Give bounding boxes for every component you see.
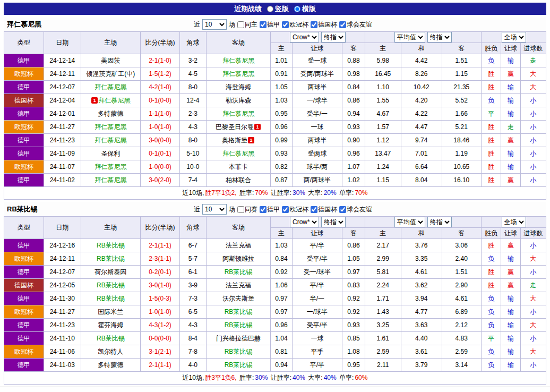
avg-away: 2.12 bbox=[442, 319, 482, 332]
odds-handicap: 平/半 bbox=[292, 239, 342, 252]
avg-away: 1.19 bbox=[442, 147, 482, 160]
match-row: 德甲24-12-16RB莱比锡2-1(1-1)6-7法兰克福1.03平/半0.8… bbox=[4, 239, 546, 252]
league-filter-label: 球会友谊 bbox=[347, 20, 372, 29]
odds-time-select[interactable]: 终指 bbox=[321, 217, 346, 227]
home-team-name: 多特蒙德 bbox=[98, 110, 123, 117]
result-handicap: 赢 bbox=[501, 174, 520, 187]
league-filter[interactable]: 德国杯 bbox=[311, 205, 337, 214]
league-cell: 德甲 bbox=[4, 319, 44, 332]
league-filter-label: 球会友谊 bbox=[347, 205, 372, 214]
team-name: RB莱比锡 bbox=[4, 204, 38, 214]
league-cell: 欧冠杯 bbox=[4, 67, 44, 81]
sub-col-header: 客 bbox=[442, 228, 482, 239]
same-filter[interactable]: 同赛 bbox=[237, 205, 257, 214]
odds-away: 0.96 bbox=[342, 147, 365, 160]
view-option-vertical[interactable]: 竖版 bbox=[267, 4, 289, 14]
match-count-select[interactable]: 10 bbox=[202, 19, 227, 30]
team-section: 拜仁慕尼黑近10场同主德甲欧冠杯德国杯球会友谊类型日期主场比分(半场)角球客场C… bbox=[4, 18, 546, 200]
odds-home: 1.03 bbox=[271, 239, 292, 252]
same-checkbox[interactable] bbox=[237, 21, 244, 28]
league-checkbox[interactable] bbox=[260, 21, 267, 28]
matches-label: 场 bbox=[229, 205, 235, 214]
result-outcome: 负 bbox=[482, 319, 501, 332]
league-checkbox[interactable] bbox=[282, 21, 289, 28]
league-checkbox[interactable] bbox=[311, 206, 317, 213]
league-filter[interactable]: 欧冠杯 bbox=[282, 20, 308, 29]
result-goals: 大 bbox=[520, 345, 546, 359]
league-filter[interactable]: 球会友谊 bbox=[339, 20, 372, 29]
col-header: 日期 bbox=[44, 217, 81, 239]
league-checkbox[interactable] bbox=[282, 206, 289, 213]
same-checkbox[interactable] bbox=[237, 206, 244, 213]
sub-col-header: 让球 bbox=[292, 43, 342, 54]
league-filter[interactable]: 德甲 bbox=[260, 20, 280, 29]
odds-company-select[interactable]: Crow* bbox=[290, 32, 319, 42]
scope-select[interactable]: 全场 bbox=[502, 32, 526, 42]
odds-handicap: 受半/一 bbox=[292, 107, 342, 121]
avg-home: 5.98 bbox=[365, 54, 401, 67]
odds-selects: Crow*终指 bbox=[271, 32, 364, 42]
match-filters: 近10场同主德甲欧冠杯德国杯球会友谊 bbox=[194, 19, 372, 30]
match-count-select[interactable]: 10 bbox=[202, 204, 227, 215]
avg-draw: 9.74 bbox=[401, 134, 442, 147]
view-label-vertical: 竖版 bbox=[275, 4, 289, 14]
odds-handicap: 两/两球半 bbox=[292, 174, 342, 187]
league-cell: 欧冠杯 bbox=[4, 121, 44, 134]
corners-cell: 2-3 bbox=[180, 107, 206, 121]
avg-time-select[interactable]: 终指 bbox=[427, 32, 452, 42]
result-outcome: 负 bbox=[482, 292, 501, 305]
home-team-cell: 拜仁慕尼黑 bbox=[81, 121, 140, 134]
odds-away: 1.07 bbox=[342, 160, 365, 174]
odds-selects: Crow*终指 bbox=[271, 217, 364, 227]
league-filter[interactable]: 球会友谊 bbox=[339, 205, 372, 214]
away-team-cell: 拜仁慕尼黑 bbox=[206, 54, 271, 67]
home-team-name: 国际米兰 bbox=[98, 308, 123, 316]
avg-draw: 3.63 bbox=[401, 319, 442, 332]
avg-draw: 4.22 bbox=[401, 107, 442, 121]
summary-segment: 40% bbox=[324, 374, 337, 381]
avg-home: 4.67 bbox=[365, 107, 401, 121]
league-checkbox[interactable] bbox=[260, 206, 267, 213]
result-outcome: 胜 bbox=[482, 239, 501, 252]
home-team-name: RB莱比锡 bbox=[97, 295, 125, 302]
league-filter[interactable]: 德甲 bbox=[260, 205, 280, 214]
away-team-name: 柏林联合 bbox=[226, 176, 251, 184]
same-filter[interactable]: 同主 bbox=[237, 20, 257, 29]
home-team-cell: 圣保利 bbox=[81, 147, 140, 160]
league-checkbox[interactable] bbox=[311, 21, 317, 28]
home-team-cell: RB莱比锡 bbox=[81, 279, 140, 292]
avg-draw: 4.47 bbox=[401, 121, 442, 134]
league-checkbox[interactable] bbox=[339, 21, 346, 28]
view-radio-vertical[interactable] bbox=[267, 6, 273, 12]
col-header: 客场 bbox=[206, 32, 271, 54]
match-date: 24-12-11 bbox=[44, 67, 81, 81]
league-filter[interactable]: 德国杯 bbox=[311, 20, 337, 29]
odds-company-select[interactable]: Crow* bbox=[290, 217, 319, 227]
odds-time-select[interactable]: 终指 bbox=[321, 32, 346, 42]
avg-draw: 7.01 bbox=[401, 147, 442, 160]
scope-select[interactable]: 全场 bbox=[502, 217, 526, 227]
away-team-name: 法兰克福 bbox=[226, 242, 251, 249]
avg-time-select[interactable]: 终指 bbox=[427, 217, 452, 227]
avg-home: 1.61 bbox=[365, 332, 401, 345]
away-team-name: 拜仁慕尼黑 bbox=[222, 110, 254, 117]
avg-company-select[interactable]: 平均值 bbox=[394, 32, 425, 42]
odds-home: 0.99 bbox=[271, 134, 292, 147]
match-date: 24-12-07 bbox=[44, 81, 81, 94]
away-team-cell: 巴黎圣日尔曼1 bbox=[206, 121, 271, 134]
league-filter[interactable]: 欧冠杯 bbox=[282, 205, 308, 214]
view-radio-horizontal[interactable] bbox=[294, 6, 300, 12]
result-handicap: 输 bbox=[501, 81, 520, 94]
score-cell: 1-0(1-0) bbox=[140, 305, 180, 319]
summary-segment: 单率: bbox=[338, 189, 354, 197]
home-team-cell: 荷尔斯泰因 bbox=[81, 266, 140, 279]
result-goals: 小 bbox=[520, 94, 546, 107]
odds-home: 1.04 bbox=[271, 332, 292, 345]
league-checkbox[interactable] bbox=[339, 206, 346, 213]
team-name: 拜仁慕尼黑 bbox=[4, 20, 41, 29]
view-option-horizontal[interactable]: 横版 bbox=[294, 4, 316, 14]
results-table: 类型日期主场比分(半场)角球客场Crow*终指平均值终指全场主让球客主和客胜负让… bbox=[4, 31, 546, 200]
score-cell: 0-0(0-0) bbox=[140, 332, 180, 345]
sub-col-header: 主 bbox=[271, 228, 292, 239]
avg-company-select[interactable]: 平均值 bbox=[394, 217, 425, 227]
